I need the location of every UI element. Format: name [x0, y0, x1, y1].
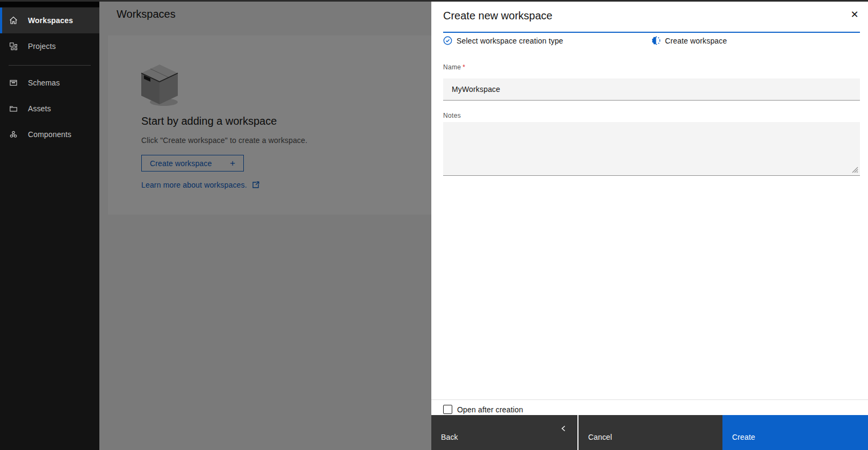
- progress-step-create[interactable]: Create workspace: [652, 36, 727, 45]
- create-button-label: Create: [732, 433, 755, 441]
- notes-textarea[interactable]: [443, 122, 860, 176]
- sidebar-item-label: Components: [28, 130, 71, 139]
- sidebar-item-label: Workspaces: [28, 16, 73, 25]
- progress-step-select-type[interactable]: Select workspace creation type: [443, 36, 563, 45]
- progress-step-label: Select workspace creation type: [457, 37, 563, 45]
- sidebar-item-label: Projects: [28, 42, 56, 51]
- create-workspace-panel: Create new workspace ✕ Select workspace …: [431, 0, 868, 450]
- sidebar-item-components[interactable]: Components: [0, 122, 99, 147]
- sidebar-item-schemas[interactable]: Schemas: [0, 70, 99, 96]
- create-button[interactable]: Create: [722, 415, 868, 450]
- window-frame-top: [0, 0, 868, 2]
- footer-button-row: Back Cancel Create: [431, 415, 868, 450]
- assets-icon: [9, 104, 18, 113]
- chevron-left-icon: [560, 425, 567, 432]
- home-icon: [9, 16, 18, 25]
- sidebar-item-projects[interactable]: Projects: [0, 33, 99, 59]
- open-after-creation-checkbox[interactable]: [443, 405, 452, 414]
- main-content: Workspaces Start by adding a workspace C…: [99, 0, 431, 450]
- footer-divider: [431, 399, 868, 400]
- panel-title: Create new workspace: [443, 10, 552, 22]
- back-button[interactable]: Back: [431, 415, 577, 450]
- projects-icon: [9, 42, 18, 51]
- close-icon[interactable]: ✕: [847, 7, 862, 22]
- modal-overlay: [99, 0, 431, 450]
- back-button-label: Back: [441, 433, 458, 441]
- sidebar: Workspaces Projects Schemas Assets Compo…: [0, 0, 99, 450]
- panel-accent-rule: [443, 32, 860, 33]
- schemas-icon: [9, 78, 18, 87]
- step-current-icon: [652, 36, 661, 45]
- sidebar-item-assets[interactable]: Assets: [0, 96, 99, 122]
- name-input[interactable]: [443, 78, 860, 101]
- components-icon: [9, 130, 18, 139]
- sidebar-item-label: Assets: [28, 104, 51, 113]
- name-field-label: Name*: [443, 63, 465, 71]
- sidebar-item-workspaces[interactable]: Workspaces: [0, 8, 99, 33]
- sidebar-divider: [9, 65, 91, 66]
- sidebar-item-label: Schemas: [28, 78, 60, 87]
- required-asterisk: *: [462, 63, 465, 71]
- open-after-creation-label: Open after creation: [457, 405, 523, 414]
- cancel-button[interactable]: Cancel: [578, 415, 722, 450]
- progress-step-label: Create workspace: [665, 37, 727, 45]
- cancel-button-label: Cancel: [588, 433, 612, 441]
- notes-field-label: Notes: [443, 112, 461, 119]
- step-complete-icon: [443, 36, 452, 45]
